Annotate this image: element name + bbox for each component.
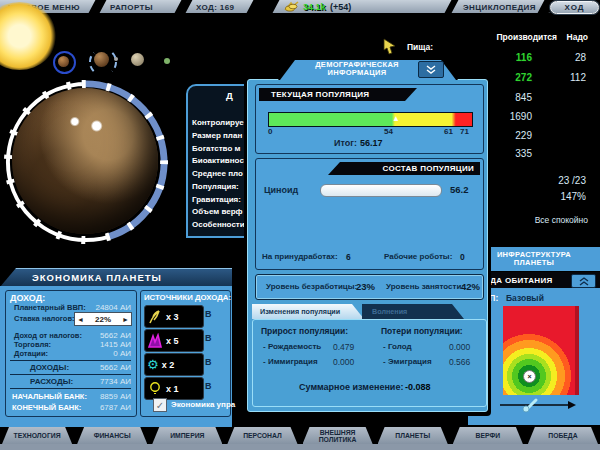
- bottom-strip: [0, 444, 600, 450]
- planet-thumbnail[interactable]: [131, 53, 144, 66]
- source-suffix: В: [205, 309, 212, 319]
- tab-finance[interactable]: ФИНАНСЫ: [77, 427, 147, 444]
- species-population-value: 56.2: [450, 184, 469, 195]
- robots-label: Рабочие роботы:: [384, 252, 452, 261]
- trade-label: Торговля:: [14, 340, 51, 349]
- resource-produced: 116: [482, 52, 532, 63]
- needed-column-header: Надо: [538, 32, 588, 42]
- planet-thumbnail[interactable]: [58, 56, 69, 67]
- shipyard-slots: 23 /23: [506, 175, 586, 186]
- credits-icon: [284, 1, 300, 12]
- scale-max: 71: [460, 127, 469, 136]
- tab-label: ВЕРФИ: [476, 432, 501, 439]
- encyclopedia-button[interactable]: ЭНЦИКЛОПЕДИЯ: [463, 3, 536, 12]
- birth-label: - Рождаемость: [263, 342, 321, 351]
- incomes-label: ДОХОДЫ:: [30, 363, 69, 372]
- emigration-label: - Эмиграция: [383, 357, 432, 366]
- tab-label: ПЛАНЕТЫ: [395, 432, 430, 439]
- tab-label: ФИНАНСЫ: [94, 432, 131, 439]
- gdp-value: 24804 АИ: [66, 303, 131, 312]
- tab-personnel[interactable]: ПЕРСОНАЛ: [227, 427, 297, 444]
- employment-stats-box: Уровень безработицы: 23% Уровень занятос…: [255, 274, 484, 300]
- income-source-agriculture-button[interactable]: x 3: [144, 305, 204, 328]
- population-changes-section: Прирост популяции: Потери популяции: - Р…: [252, 319, 487, 407]
- tax-decrease-button[interactable]: ◄: [75, 316, 84, 323]
- expenses-value: 7734 АИ: [66, 377, 131, 386]
- emigration-value: 0.566: [449, 357, 470, 367]
- tab-label: ПОБЕДА: [548, 432, 577, 439]
- divider: [445, 0, 459, 13]
- credits-amount: 34.1k: [303, 2, 326, 12]
- research-icon: [147, 381, 163, 397]
- top-menu-bar: ИГРОВОЕ МЕНЮ РАПОРТЫ ХОД: 169 34.1k (+54…: [0, 0, 600, 13]
- planet-data-row: Богатство м: [192, 144, 240, 153]
- credits-delta: (+54): [330, 2, 351, 12]
- scale-green-end: 54: [384, 127, 393, 136]
- source-multiplier: x 3: [166, 312, 179, 322]
- tab-foreign-policy[interactable]: ВНЕШНЯЯ ПОЛИТИКА: [303, 427, 373, 444]
- agriculture-icon: [147, 309, 163, 325]
- usage-percent: 147%: [506, 191, 586, 202]
- tab-technology[interactable]: ТЕХНОЛОГИЯ: [2, 427, 72, 444]
- population-capacity-bar: ▲: [268, 112, 473, 127]
- income-sources-box: ИСТОЧНИКИ ДОХОДА: x 3 В x 5 В ⚙ x 2 В x …: [140, 290, 231, 417]
- famine-value: 0.000: [449, 342, 470, 352]
- income-sources-header: ИСТОЧНИКИ ДОХОДА:: [144, 293, 231, 302]
- income-source-research-button[interactable]: x 1: [144, 377, 204, 400]
- economy-auto-checkbox[interactable]: ✓: [153, 398, 167, 412]
- tab-planets[interactable]: ПЛАНЕТЫ: [378, 427, 448, 444]
- birth-value: 0.479: [333, 342, 354, 352]
- habitat-suitability-map: [503, 306, 579, 395]
- current-population-banner: ТЕКУЩАЯ ПОПУЛЯЦИЯ: [259, 88, 417, 101]
- food-row-label: Пища:: [407, 42, 433, 52]
- population-composition-section: СОСТАВ ПОПУЛЯЦИИ Циноид 56.2 На принудра…: [255, 158, 484, 270]
- tab-shipyards[interactable]: ВЕРФИ: [453, 427, 523, 444]
- end-turn-button[interactable]: ХОД: [550, 1, 599, 14]
- moon-thumbnail[interactable]: [114, 57, 118, 61]
- reports-button[interactable]: РАПОРТЫ: [110, 3, 153, 12]
- planet-data-row: Популяция:: [192, 182, 239, 191]
- tab-victory[interactable]: ПОБЕДА: [528, 427, 598, 444]
- scale-yellow-end: 61: [444, 127, 453, 136]
- income-box: ДОХОД: Планетарный ВВП: 24804 АИ Ставка …: [5, 290, 137, 417]
- tab-population-changes[interactable]: Изменения популяции: [252, 304, 364, 319]
- source-multiplier: x 1: [166, 384, 179, 394]
- tax-increase-button[interactable]: ►: [122, 316, 131, 323]
- net-change-label: Суммарное изменение:: [299, 382, 403, 392]
- resource-needed: 112: [536, 72, 586, 83]
- tax-rate-value: 22%: [95, 315, 111, 324]
- employment-value: 42%: [461, 281, 480, 292]
- divider: [89, 0, 107, 13]
- immigration-label: - Иммиграция: [263, 357, 318, 366]
- source-multiplier: x 2: [162, 360, 175, 370]
- tax-rate-label: Ставка налогов:: [14, 314, 75, 323]
- income-source-industry-button[interactable]: ⚙ x 2: [144, 353, 204, 376]
- losses-header: Потери популяции:: [381, 326, 463, 336]
- economy-auto-label: Экономика упра: [171, 400, 235, 409]
- subsidies-value: 0 АИ: [66, 349, 131, 358]
- tab-unrest[interactable]: Волнения: [362, 304, 464, 319]
- temperature-slider[interactable]: [496, 397, 580, 413]
- planet-thumbnail[interactable]: [164, 58, 170, 64]
- income-source-minerals-button[interactable]: x 5: [144, 329, 204, 352]
- bottom-tab-bar: ТЕХНОЛОГИЯ ФИНАНСЫ ИМПЕРИЯ ПЕРСОНАЛ ВНЕШ…: [0, 427, 600, 444]
- demography-popup-tab[interactable]: ДЕМОГРАФИЧЕСКАЯ ИНФОРМАЦИЯ: [278, 58, 458, 80]
- species-population-bar[interactable]: [320, 184, 442, 197]
- collapse-popup-button[interactable]: [418, 61, 444, 78]
- employment-label: Уровень занятости:: [386, 282, 464, 291]
- famine-label: - Голод: [383, 342, 412, 351]
- subsidies-label: Дотации:: [14, 349, 48, 358]
- cursor-icon: [382, 38, 400, 55]
- planet-data-row: Гравитация:: [192, 195, 241, 204]
- planet-thumbnail-selected[interactable]: [94, 52, 109, 67]
- game-screen: ИГРОВОЕ МЕНЮ РАПОРТЫ ХОД: 169 34.1k (+54…: [0, 0, 600, 450]
- economy-panel-title: ЭКОНОМИКА ПЛАНЕТЫ: [32, 272, 162, 283]
- planet-view[interactable]: [12, 88, 158, 234]
- tab-empire[interactable]: ИМПЕРИЯ: [152, 427, 222, 444]
- growth-header: Прирост популяции:: [261, 326, 348, 336]
- source-suffix: В: [205, 357, 212, 367]
- chevron-double-up-icon: [579, 277, 589, 286]
- collapse-habitat-button[interactable]: [571, 274, 596, 288]
- planet-data-row: Среднее пло: [192, 169, 243, 178]
- industry-icon: ⚙: [147, 358, 159, 371]
